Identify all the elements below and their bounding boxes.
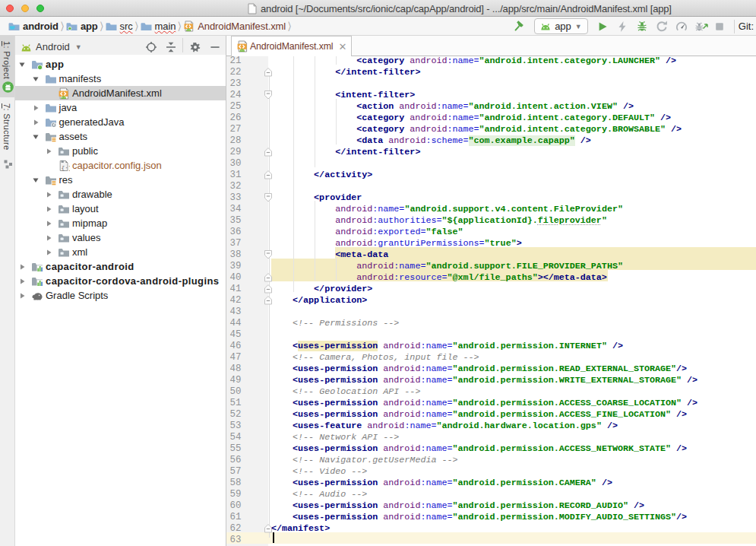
svg-text:{·}: {·}: [61, 163, 70, 170]
